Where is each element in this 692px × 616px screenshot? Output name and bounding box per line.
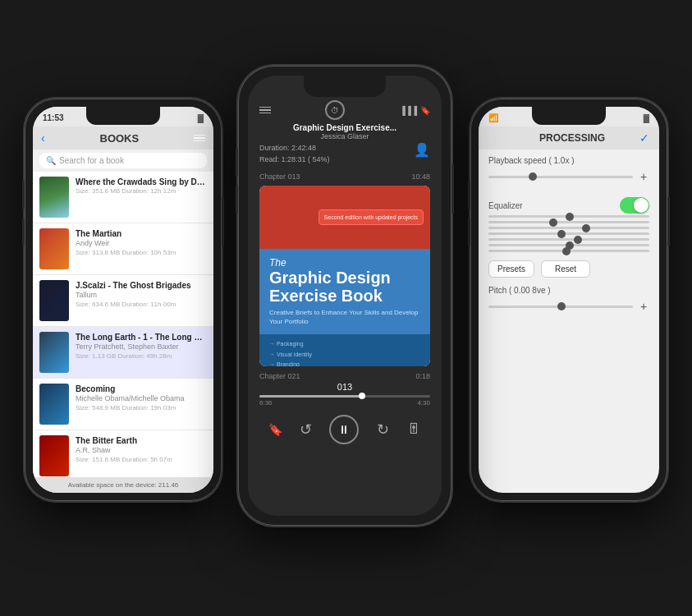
eq-band-7[interactable]	[488, 250, 649, 252]
search-bar[interactable]: 🔍 Search for a book	[39, 153, 207, 168]
book-info-3: J.Scalzi - The Ghost Brigades Tallum Siz…	[76, 280, 207, 308]
power-button[interactable]	[222, 197, 224, 246]
equalizer-section: Equalizer	[479, 191, 659, 215]
hamburger-menu-icon[interactable]	[259, 107, 271, 114]
list-item[interactable]: The Martian Andy Weir Size: 313.8 MB Dur…	[33, 223, 213, 275]
progress-bar[interactable]	[259, 395, 430, 398]
equalizer-label: Equalizer	[488, 201, 523, 210]
volume-down-button[interactable]	[22, 218, 25, 246]
book-meta-4: Size: 1.13 GB Duration: 49h 28m	[76, 352, 207, 360]
eq-band-3[interactable]	[488, 227, 649, 229]
eq-band-thumb-5[interactable]	[574, 236, 582, 244]
menu-icon[interactable]	[194, 135, 205, 142]
book-list: Where the Crawdads Sing by Delia Owens S…	[33, 172, 213, 477]
toggle-thumb	[634, 198, 648, 213]
search-placeholder: Search for a book	[59, 156, 124, 165]
eq-band-row-7	[488, 250, 649, 252]
rewind-button[interactable]: ↺	[300, 421, 312, 439]
player-author: Jessica Glaser	[259, 132, 430, 140]
book-meta-1: Size: 351.6 MB Duration: 12h 12m	[76, 187, 207, 195]
eq-band-thumb-3[interactable]	[582, 224, 590, 232]
status-time-left: 11:53	[43, 113, 64, 122]
player-meta-left: Duration: 2:42:48 Read: 1:28:31 ( 54%)	[259, 142, 330, 166]
book-title-2: The Martian	[76, 228, 207, 239]
album-art: Second edition with updated projects The…	[259, 186, 430, 366]
book-title-6: The Bitter Earth	[76, 435, 207, 446]
eq-band-thumb-4[interactable]	[557, 230, 566, 238]
playback-speed-slider[interactable]	[488, 176, 633, 178]
list-item[interactable]: The Long Earth - 1 - The Long Ear... Ter…	[33, 327, 213, 379]
playback-speed-plus[interactable]: +	[638, 170, 649, 183]
volume-up-right[interactable]	[468, 181, 470, 209]
check-button[interactable]: ✓	[639, 131, 649, 145]
list-item[interactable]: J.Scalzi - The Ghost Brigades Tallum Siz…	[33, 275, 213, 327]
pitch-label: Pitch ( 0.00 8ve )	[488, 286, 649, 295]
volume-down-right[interactable]	[468, 218, 470, 246]
power-button-right[interactable]	[667, 197, 670, 246]
pitch-thumb[interactable]	[557, 302, 566, 310]
phones-container: 11:53 ▓ ‹ BOOKS 🔍 Search for a book	[0, 0, 692, 616]
eq-band-row-6	[488, 244, 649, 246]
chapter-label-top: Chapter 013	[259, 172, 300, 181]
eq-band-1[interactable]	[488, 215, 649, 218]
eq-band-thumb-7[interactable]	[562, 247, 571, 255]
notch-center	[304, 76, 386, 97]
person-icon: 👤	[414, 142, 430, 158]
book-meta-5: Size: 548.9 MB Duration: 19h 03m	[76, 404, 207, 411]
bookmark-top-icon: 🔖	[420, 106, 430, 115]
eq-band-4[interactable]	[488, 232, 649, 235]
book-title-5: Becoming	[76, 384, 207, 394]
eq-band-2[interactable]	[488, 221, 649, 223]
play-pause-button[interactable]: ⏸	[329, 415, 359, 444]
pitch-plus[interactable]: +	[638, 300, 649, 313]
eq-band-thumb-1[interactable]	[566, 213, 574, 221]
eq-band-6[interactable]	[488, 244, 649, 246]
player-app: ⏱ ▐▐▐ 🔖 Graphic Design Exercise... Jessi…	[248, 76, 442, 516]
volume-up-center[interactable]	[236, 148, 238, 177]
list-item[interactable]: Where the Crawdads Sing by Delia Owens S…	[33, 172, 213, 223]
bullet-1: Packaging	[269, 339, 420, 350]
equalizer-header-row: Equalizer	[488, 197, 649, 214]
cover-badge: Second edition with updated projects	[319, 209, 424, 225]
book-info-1: Where the Crawdads Sing by Delia Owens S…	[76, 177, 207, 195]
book-title-3: J.Scalzi - The Ghost Brigades	[76, 280, 207, 291]
progress-fill	[259, 395, 362, 398]
power-button-center[interactable]	[451, 164, 454, 214]
eq-band-5[interactable]	[488, 238, 649, 241]
list-item[interactable]: The Bitter Earth A.R. Shaw Size: 151.6 M…	[33, 430, 213, 477]
book-author-4: Terry Pratchett, Stephen Baxter	[76, 342, 207, 351]
bookmark-button[interactable]: 🔖	[268, 423, 282, 436]
eq-button[interactable]: 🎚	[406, 421, 421, 438]
eq-band-thumb-2[interactable]	[549, 218, 557, 227]
phone-left: 11:53 ▓ ‹ BOOKS 🔍 Search for a book	[25, 99, 222, 501]
books-header: ‹ BOOKS	[33, 126, 213, 149]
book-author-5: Michelle Obama/Michelle Obama	[76, 394, 207, 402]
presets-button[interactable]: Presets	[488, 260, 534, 278]
book-info-5: Becoming Michelle Obama/Michelle Obama S…	[76, 384, 207, 411]
book-cover-3	[39, 280, 69, 321]
time-elapsed: 6:36	[259, 399, 273, 407]
back-button[interactable]: ‹	[41, 131, 45, 145]
playback-speed-section: Playback speed ( 1.0x ) +	[479, 149, 659, 191]
pitch-section: Pitch ( 0.00 8ve ) +	[479, 283, 659, 316]
book-info-4: The Long Earth - 1 - The Long Ear... Ter…	[76, 332, 207, 360]
pitch-slider[interactable]	[488, 306, 633, 308]
time-remaining: 4:30	[417, 399, 430, 407]
playback-speed-label: Playback speed ( 1.0x )	[488, 156, 649, 165]
eq-band-row-3	[488, 227, 649, 229]
forward-button[interactable]: ↻	[377, 421, 389, 439]
books-screen: 11:53 ▓ ‹ BOOKS 🔍 Search for a book	[33, 107, 213, 493]
books-footer: Available space on the device: 211.46	[33, 477, 213, 493]
eq-header: PROCESSING ✓	[479, 126, 659, 149]
playback-speed-thumb[interactable]	[529, 172, 537, 181]
book-cover-1	[39, 177, 69, 218]
volume-up-button[interactable]	[22, 181, 25, 209]
chapter-number-display: 013	[248, 382, 442, 392]
equalizer-toggle[interactable]	[620, 197, 649, 214]
book-author-3: Tallum	[76, 291, 207, 299]
volume-down-center[interactable]	[236, 185, 238, 214]
reset-button[interactable]: Reset	[541, 260, 590, 278]
list-item[interactable]: Becoming Michelle Obama/Michelle Obama S…	[33, 379, 213, 430]
player-meta-right: 👤	[414, 142, 430, 158]
chapter-time-top: 10:48	[411, 172, 430, 181]
